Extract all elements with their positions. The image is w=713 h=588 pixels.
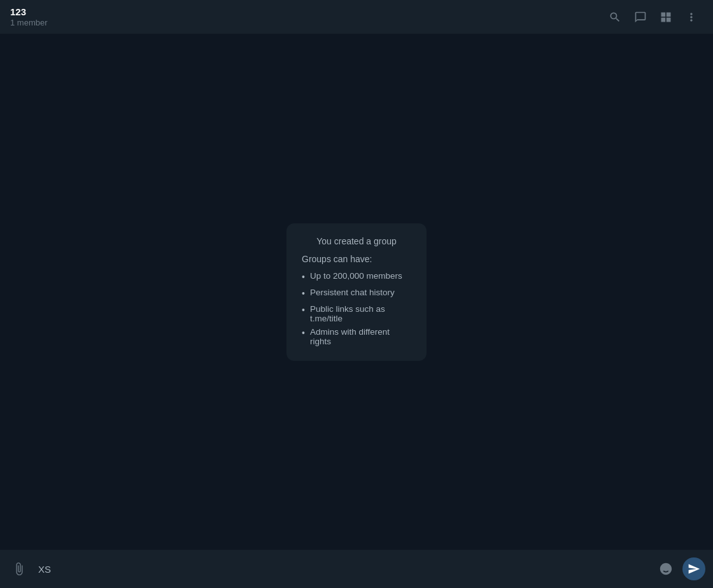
group-info-card: You created a group Groups can have: Up … (286, 223, 427, 360)
list-item: Public links such as t.me/title (302, 302, 411, 325)
chat-header: 123 1 member (0, 0, 713, 34)
info-card-subtitle: Groups can have: (302, 254, 411, 264)
send-button[interactable] (682, 557, 705, 580)
header-info: 123 1 member (10, 6, 48, 28)
chat-title: 123 (10, 6, 48, 18)
chat-area: You created a group Groups can have: Up … (0, 34, 713, 550)
more-icon (685, 11, 698, 24)
layout-button[interactable] (654, 6, 677, 29)
list-item: Admins with different rights (302, 325, 411, 348)
comments-icon (634, 11, 647, 24)
search-button[interactable] (604, 6, 626, 29)
send-icon (688, 563, 700, 575)
emoji-button[interactable] (654, 557, 677, 580)
info-card-title: You created a group (302, 236, 411, 246)
emoji-icon (659, 562, 673, 576)
attach-icon (12, 562, 26, 576)
more-button[interactable] (680, 6, 703, 29)
header-actions (604, 6, 703, 29)
member-count: 1 member (10, 18, 48, 28)
search-icon (609, 11, 621, 24)
info-card-features-list: Up to 200,000 membersPersistent chat his… (302, 269, 411, 347)
comments-button[interactable] (629, 6, 652, 29)
layout-icon (660, 11, 672, 24)
list-item: Up to 200,000 members (302, 269, 411, 286)
message-input[interactable] (36, 564, 649, 575)
list-item: Persistent chat history (302, 286, 411, 302)
message-input-bar (0, 550, 713, 588)
attach-button[interactable] (8, 557, 31, 580)
